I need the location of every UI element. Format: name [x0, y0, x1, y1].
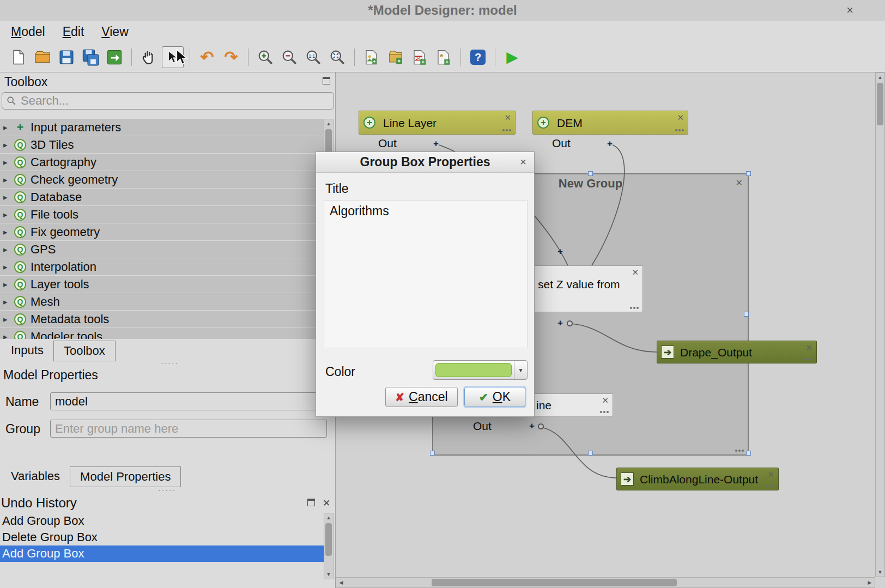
- zoom-in-button[interactable]: [254, 46, 276, 68]
- menu-edit[interactable]: Edit: [54, 22, 93, 42]
- node-drape-output[interactable]: ➔ Drape_Output ✕: [657, 341, 817, 363]
- expand-arrow-icon[interactable]: ▸: [3, 245, 13, 254]
- expand-arrow-icon[interactable]: ▸: [3, 123, 13, 132]
- toolbox-item-cartography[interactable]: ▸ Q Cartography: [0, 154, 324, 171]
- output-socket[interactable]: [538, 423, 544, 429]
- zoom-actual-button[interactable]: 1:1: [302, 46, 324, 68]
- window-close-icon[interactable]: ×: [846, 3, 853, 17]
- expand-arrow-icon[interactable]: ▸: [3, 314, 13, 324]
- scroll-thumb[interactable]: [325, 523, 332, 556]
- link-expand-icon[interactable]: +: [607, 138, 613, 149]
- chevron-down-icon[interactable]: ▼: [514, 361, 527, 379]
- tab-toolbox[interactable]: Toolbox: [53, 341, 116, 361]
- scroll-thumb[interactable]: [877, 83, 883, 125]
- toolbox-item-database[interactable]: ▸ Q Database: [0, 189, 324, 206]
- expand-arrow-icon[interactable]: ▸: [3, 175, 13, 185]
- cancel-button[interactable]: ✘ Cancel: [385, 387, 458, 407]
- ok-button[interactable]: ✔ OK: [464, 387, 525, 407]
- float-panel-icon[interactable]: [307, 499, 315, 506]
- undo-history-scrollbar[interactable]: ▲ ▼: [324, 513, 334, 579]
- float-panel-icon[interactable]: [323, 77, 330, 84]
- selection-handle[interactable]: [744, 312, 749, 317]
- selection-handle[interactable]: [746, 171, 751, 176]
- selection-handle[interactable]: [588, 171, 593, 176]
- node-comment-dots-icon[interactable]: [804, 358, 813, 360]
- splitter-handle[interactable]: ·····: [158, 486, 176, 494]
- menu-model[interactable]: Model: [2, 22, 54, 42]
- toolbox-item-input-parameters[interactable]: ▸ + Input parameters: [0, 119, 324, 136]
- expand-arrow-icon[interactable]: ▸: [3, 332, 13, 340]
- save-model-as-button[interactable]: [80, 46, 101, 68]
- selection-handle[interactable]: [430, 451, 435, 456]
- model-name-input[interactable]: [50, 392, 335, 410]
- selection-handle[interactable]: [746, 451, 751, 456]
- color-dropdown[interactable]: ▼: [433, 360, 528, 380]
- canvas-horizontal-scrollbar[interactable]: ◀ ▶: [336, 577, 875, 588]
- close-panel-icon[interactable]: ✕: [323, 498, 330, 509]
- node-delete-icon[interactable]: ✕: [632, 268, 639, 277]
- undo-item[interactable]: Delete Group Box: [0, 529, 324, 545]
- toolbox-item-layer-tools[interactable]: ▸ Q Layer tools: [0, 276, 324, 293]
- expand-arrow-icon[interactable]: ▸: [3, 280, 13, 289]
- node-comment-dots-icon[interactable]: [502, 129, 511, 131]
- link-expand-icon[interactable]: +: [557, 318, 563, 329]
- tab-variables[interactable]: Variables: [1, 466, 70, 487]
- toolbox-item-check-geometry[interactable]: ▸ Q Check geometry: [0, 171, 324, 189]
- export-model-image-button[interactable]: [104, 46, 125, 68]
- link-expand-icon[interactable]: +: [557, 246, 563, 257]
- dialog-title-bar[interactable]: Group Box Properties ×: [316, 152, 534, 173]
- tab-model-properties[interactable]: Model Properties: [70, 466, 181, 487]
- node-delete-icon[interactable]: ✕: [677, 113, 684, 123]
- pan-tool-button[interactable]: [138, 46, 160, 68]
- scroll-thumb[interactable]: [432, 579, 677, 586]
- help-button[interactable]: ?: [467, 46, 489, 68]
- menu-view[interactable]: View: [93, 22, 137, 42]
- export-as-pdf-button[interactable]: PDF: [409, 46, 431, 68]
- dialog-close-icon[interactable]: ×: [520, 156, 526, 168]
- open-model-button[interactable]: [32, 46, 53, 68]
- node-comment-dots-icon[interactable]: [766, 485, 774, 487]
- zoom-full-button[interactable]: [326, 46, 348, 68]
- node-delete-icon[interactable]: ✕: [767, 470, 774, 480]
- toolbox-search[interactable]: Search...: [2, 92, 334, 110]
- scroll-up-icon[interactable]: ▲: [324, 119, 333, 128]
- scroll-down-icon[interactable]: ▼: [876, 568, 884, 577]
- expand-arrow-icon[interactable]: ▸: [3, 297, 13, 307]
- group-comment-dots-icon[interactable]: [735, 450, 744, 452]
- link-expand-icon[interactable]: +: [433, 138, 439, 149]
- toolbox-item-fix-geometry[interactable]: ▸ Q Fix geometry: [0, 223, 324, 241]
- expand-arrow-icon[interactable]: ▸: [3, 157, 13, 167]
- export-as-image-button[interactable]: [361, 46, 383, 68]
- scroll-down-icon[interactable]: ▼: [324, 570, 333, 579]
- export-as-svg-button[interactable]: [385, 46, 407, 68]
- selection-handle[interactable]: [588, 451, 593, 456]
- output-socket[interactable]: [567, 320, 573, 326]
- undo-item-selected[interactable]: Add Group Box: [0, 545, 324, 562]
- tab-inputs[interactable]: Inputs: [1, 341, 53, 361]
- node-delete-icon[interactable]: ✕: [602, 396, 609, 405]
- toolbox-item-3d-tiles[interactable]: ▸ Q 3D Tiles: [0, 136, 324, 154]
- node-comment-dots-icon[interactable]: [675, 129, 684, 131]
- scroll-up-icon[interactable]: ▲: [324, 513, 333, 522]
- expand-arrow-icon[interactable]: ▸: [3, 192, 13, 202]
- new-model-button[interactable]: [8, 46, 29, 68]
- toolbox-item-modeler-tools[interactable]: ▸ Q Modeler tools: [0, 328, 324, 339]
- splitter-handle[interactable]: ·····: [161, 359, 179, 367]
- export-as-script-button[interactable]: *: [433, 46, 454, 68]
- node-dem[interactable]: + DEM ✕: [532, 111, 688, 135]
- expand-arrow-icon[interactable]: ▸: [3, 227, 13, 237]
- toolbox-item-file-tools[interactable]: ▸ Q File tools: [0, 206, 324, 223]
- zoom-out-button[interactable]: [278, 46, 300, 68]
- undo-button[interactable]: ↶: [196, 46, 218, 68]
- redo-button[interactable]: ↷: [220, 46, 242, 68]
- node-delete-icon[interactable]: ✕: [504, 113, 511, 123]
- toolbox-item-metadata-tools[interactable]: ▸ Q Metadata tools: [0, 311, 324, 328]
- undo-item[interactable]: Add Group Box: [0, 513, 324, 529]
- node-comment-dots-icon[interactable]: [600, 411, 609, 413]
- node-climbalongline-output[interactable]: ➔ ClimbAlongLine-Output ✕: [616, 468, 779, 490]
- node-delete-icon[interactable]: ✕: [805, 343, 813, 353]
- toolbox-item-mesh[interactable]: ▸ Q Mesh: [0, 293, 324, 311]
- group-delete-icon[interactable]: ✕: [736, 178, 743, 188]
- scroll-right-icon[interactable]: ▶: [865, 578, 875, 587]
- expand-arrow-icon[interactable]: ▸: [3, 140, 13, 150]
